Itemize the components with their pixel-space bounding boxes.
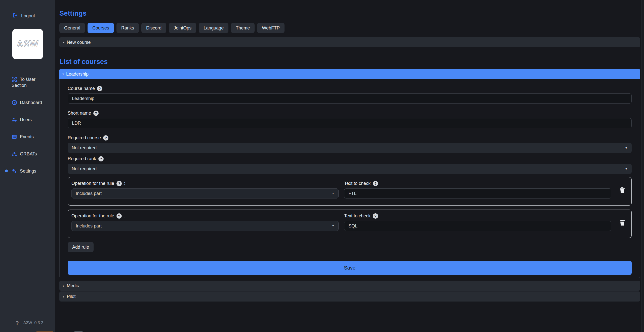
short-name-label: Short name	[68, 111, 91, 116]
help-icon[interactable]: ?	[97, 86, 102, 91]
tab-discord[interactable]: Discord	[141, 23, 166, 33]
app-logo: A3W	[12, 29, 43, 59]
chevron-down-icon: ▼	[332, 225, 334, 227]
operation-colon: :	[124, 181, 125, 186]
operation-colon: :	[124, 213, 125, 219]
delete-rule-button-2[interactable]	[618, 218, 626, 228]
help-icon[interactable]: ?	[116, 213, 122, 219]
text-to-check-label: Text to check	[344, 213, 371, 219]
sidebar-footer: ? A3W 0.3.2	[16, 320, 43, 326]
help-icon[interactable]: ?	[103, 135, 108, 141]
accordion-medic[interactable]: ▸ Medic	[59, 281, 640, 291]
sidebar: Logout A3W To User Section Dashboard U	[0, 0, 55, 332]
caret-right-icon: ▸	[63, 41, 65, 44]
short-name-field: Short name ?	[68, 111, 632, 128]
list-icon	[12, 134, 20, 139]
chevron-down-icon: ▼	[625, 147, 628, 149]
text-to-check-label: Text to check	[344, 181, 371, 186]
tab-language[interactable]: Language	[199, 23, 228, 33]
required-course-select[interactable]: Not required ▼	[68, 143, 632, 153]
logout-icon	[13, 13, 18, 19]
sidebar-item-label: Settings	[20, 169, 36, 174]
rule-row-1: Operation for the rule ? : Includes part…	[68, 177, 632, 206]
help-icon[interactable]: ?	[373, 181, 378, 186]
course-accordion-leadership: ▾ Leadership Course name ? Short name ?	[59, 69, 640, 278]
rule-text-input-2[interactable]	[344, 221, 611, 231]
sidebar-item-orbats[interactable]: ORBATs	[12, 151, 50, 157]
settings-tabs: General Courses Ranks Discord JointOps L…	[59, 23, 640, 33]
help-icon[interactable]: ?	[16, 320, 19, 326]
rule-operation-select-2[interactable]: Includes part ▼	[71, 221, 339, 231]
accordion-label: Pilot	[67, 294, 76, 299]
help-icon[interactable]: ?	[93, 111, 99, 116]
selected-value: Includes part	[76, 223, 102, 229]
sitemap-icon	[12, 151, 20, 156]
sidebar-item-users[interactable]: Users	[12, 117, 50, 123]
sidebar-item-label: Users	[20, 117, 32, 122]
app-version: A3W 0.3.2	[23, 321, 43, 325]
main-content: Settings General Courses Ranks Discord J…	[55, 0, 644, 332]
required-rank-field: Required rank ? Not required ▼	[68, 156, 632, 174]
course-name-input[interactable]	[68, 93, 632, 104]
logout-label: Logout	[21, 13, 35, 19]
course-title: Leadership	[66, 72, 89, 77]
accordion-pilot[interactable]: ▸ Pilot	[59, 291, 640, 302]
logout-button[interactable]: Logout	[13, 13, 55, 19]
trash-icon	[619, 190, 625, 194]
sidebar-item-events[interactable]: Events	[12, 134, 50, 140]
course-name-label: Course name	[68, 86, 95, 91]
scrollbar-track[interactable]	[641, 0, 644, 332]
help-icon[interactable]: ?	[373, 213, 378, 219]
required-course-field: Required course ? Not required ▼	[68, 135, 632, 153]
delete-rule-button-1[interactable]	[618, 186, 626, 195]
tab-theme[interactable]: Theme	[231, 23, 255, 33]
app-logo-text: A3W	[17, 39, 39, 49]
user-gear-icon	[12, 117, 20, 122]
chevron-down-icon: ▼	[332, 192, 334, 195]
required-rank-select[interactable]: Not required ▼	[68, 164, 632, 174]
active-indicator-dot	[5, 170, 8, 172]
gears-icon	[12, 169, 20, 174]
course-panel: Course name ? Short name ? Required cour…	[59, 79, 640, 278]
operation-label: Operation for the rule	[71, 181, 114, 186]
users-viewfinder-icon	[12, 77, 20, 82]
required-rank-label: Required rank	[68, 156, 96, 161]
selected-value: Not required	[72, 145, 97, 151]
help-icon[interactable]: ?	[98, 156, 104, 161]
sidebar-nav: To User Section Dashboard Users Events	[12, 76, 50, 174]
tab-general[interactable]: General	[59, 23, 85, 33]
caret-right-icon: ▸	[63, 284, 65, 287]
required-course-label: Required course	[68, 135, 101, 141]
rule-text-input-1[interactable]	[344, 188, 611, 198]
rule-operation-select-1[interactable]: Includes part ▼	[71, 188, 339, 198]
sidebar-item-to-user-section[interactable]: To User Section	[12, 76, 50, 88]
add-rule-button[interactable]: Add rule	[68, 242, 94, 252]
help-icon[interactable]: ?	[116, 181, 122, 186]
tab-ranks[interactable]: Ranks	[116, 23, 139, 33]
list-of-courses-heading: List of courses	[59, 58, 640, 66]
sidebar-item-dashboard[interactable]: Dashboard	[12, 99, 50, 106]
operation-label: Operation for the rule	[71, 213, 114, 219]
tab-webftp[interactable]: WebFTP	[257, 23, 285, 33]
tab-jointops[interactable]: JointOps	[169, 23, 196, 33]
accordion-label: New course	[67, 40, 91, 45]
gauge-icon	[12, 100, 20, 105]
rule-row-2: Operation for the rule ? : Includes part…	[68, 210, 632, 238]
chevron-down-icon: ▼	[625, 168, 628, 170]
sidebar-item-label: Events	[20, 134, 34, 139]
sidebar-item-label: ORBATs	[20, 151, 37, 156]
selected-value: Not required	[72, 166, 97, 172]
trash-icon	[619, 223, 625, 227]
caret-down-icon: ▾	[62, 73, 64, 76]
short-name-input[interactable]	[68, 118, 632, 128]
accordion-label: Medic	[67, 283, 79, 288]
tab-courses[interactable]: Courses	[88, 23, 114, 33]
sidebar-item-label: Dashboard	[20, 100, 42, 105]
selected-value: Includes part	[76, 191, 102, 196]
sidebar-item-settings[interactable]: Settings	[12, 168, 50, 174]
save-button[interactable]: Save	[68, 261, 632, 275]
accordion-header-leadership[interactable]: ▾ Leadership	[59, 69, 640, 79]
course-name-field: Course name ?	[68, 86, 632, 104]
accordion-new-course[interactable]: ▸ New course	[59, 37, 640, 47]
page-title: Settings	[59, 10, 640, 17]
